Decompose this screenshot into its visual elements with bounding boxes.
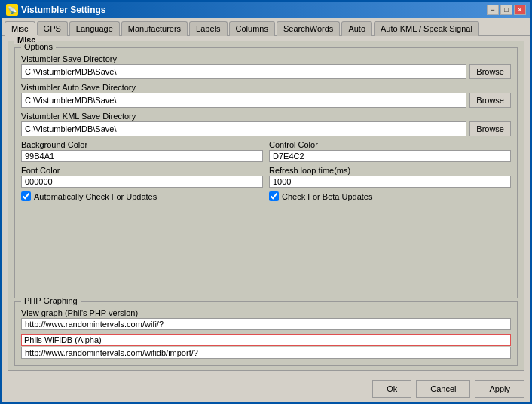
auto-check-checkbox[interactable] — [21, 191, 31, 201]
tab-language[interactable]: Language — [69, 21, 120, 36]
color-row-2: Font Color Refresh loop time(ms) — [21, 166, 511, 188]
cancel-button[interactable]: Cancel — [416, 380, 470, 398]
content-area: Misc Options Vistumbler Save Directory B… — [2, 35, 530, 375]
tab-misc[interactable]: Misc — [5, 21, 35, 36]
auto-save-dir-label: Vistumbler Auto Save Directory — [21, 83, 511, 92]
minimize-button[interactable]: − — [487, 5, 499, 15]
auto-check-label: Automatically Check For Updates — [34, 192, 157, 201]
auto-save-dir-input[interactable] — [21, 93, 466, 108]
beta-check-label: Check For Beta Updates — [282, 192, 372, 201]
kml-save-dir-label: Vistumbler KML Save Directory — [21, 112, 511, 121]
control-color-label: Control Color — [269, 140, 511, 149]
refresh-loop-group: Refresh loop time(ms) — [269, 166, 511, 188]
auto-save-dir-row: Browse — [21, 93, 511, 108]
options-legend: Options — [21, 42, 56, 51]
control-color-input[interactable] — [269, 150, 511, 162]
tab-searchwords[interactable]: SearchWords — [277, 21, 340, 36]
auto-save-dir-browse[interactable]: Browse — [469, 93, 511, 108]
bg-color-label: Background Color — [21, 140, 263, 149]
font-color-group: Font Color — [21, 166, 263, 188]
tab-bar: Misc GPS Language Manufacturers Labels C… — [2, 18, 530, 35]
auto-check-group: Automatically Check For Updates — [21, 191, 263, 201]
beta-check-group: Check For Beta Updates — [269, 191, 511, 201]
tab-labels[interactable]: Labels — [189, 21, 227, 36]
title-bar: 📡 Vistumbler Settings − □ ✕ — [2, 2, 530, 18]
options-box: Options Vistumbler Save Directory Browse… — [14, 47, 518, 298]
beta-check-checkbox[interactable] — [269, 191, 279, 201]
tab-columns[interactable]: Columns — [229, 21, 275, 36]
save-dir-browse[interactable]: Browse — [469, 64, 511, 79]
font-color-input[interactable] — [21, 176, 263, 188]
save-dir-group: Vistumbler Save Directory Browse — [21, 54, 511, 79]
php-wifidb-label: Phils WiFiDB (Alpha) — [21, 334, 511, 346]
title-bar-left: 📡 Vistumbler Settings — [6, 4, 105, 16]
apply-button[interactable]: Apply — [475, 380, 524, 398]
font-color-label: Font Color — [21, 166, 263, 175]
bg-color-group: Background Color — [21, 140, 263, 162]
control-color-group: Control Color — [269, 140, 511, 162]
ok-button[interactable]: Ok — [372, 380, 411, 398]
save-dir-input[interactable] — [21, 64, 466, 79]
save-dir-row: Browse — [21, 64, 511, 79]
tab-manufacturers[interactable]: Manufacturers — [121, 21, 188, 36]
php-view-label: View graph (Phil's PHP version) — [21, 308, 511, 317]
php-view-group: View graph (Phil's PHP version) — [21, 308, 511, 330]
maximize-button[interactable]: □ — [500, 5, 512, 15]
close-button[interactable]: ✕ — [514, 5, 526, 15]
window-title: Vistumbler Settings — [21, 5, 105, 15]
kml-save-dir-input[interactable] — [21, 121, 466, 136]
refresh-loop-input[interactable] — [269, 176, 511, 188]
php-wifidb-input[interactable] — [21, 347, 511, 359]
tab-gps[interactable]: GPS — [37, 21, 68, 36]
misc-group: Misc Options Vistumbler Save Directory B… — [8, 41, 524, 371]
php-graphing-group: PHP Graphing View graph (Phil's PHP vers… — [14, 301, 518, 366]
kml-save-dir-browse[interactable]: Browse — [469, 121, 511, 136]
kml-save-dir-row: Browse — [21, 121, 511, 136]
kml-save-dir-group: Vistumbler KML Save Directory Browse — [21, 112, 511, 136]
checkbox-row: Automatically Check For Updates Check Fo… — [21, 191, 511, 201]
auto-save-dir-group: Vistumbler Auto Save Directory Browse — [21, 83, 511, 108]
refresh-loop-label: Refresh loop time(ms) — [269, 166, 511, 175]
color-row-1: Background Color Control Color — [21, 140, 511, 162]
save-dir-label: Vistumbler Save Directory — [21, 54, 511, 63]
bottom-bar: Ok Cancel Apply — [2, 375, 530, 402]
php-view-input[interactable] — [21, 318, 511, 330]
app-icon: 📡 — [6, 4, 18, 16]
tab-auto[interactable]: Auto — [341, 21, 372, 36]
php-wifidb-group: Phils WiFiDB (Alpha) — [21, 334, 511, 359]
php-legend: PHP Graphing — [21, 296, 81, 305]
main-window: 📡 Vistumbler Settings − □ ✕ Misc GPS Lan… — [0, 0, 532, 404]
tab-autokml[interactable]: Auto KML / Speak Signal — [374, 21, 479, 36]
title-buttons: − □ ✕ — [487, 5, 526, 15]
bg-color-input[interactable] — [21, 150, 263, 162]
